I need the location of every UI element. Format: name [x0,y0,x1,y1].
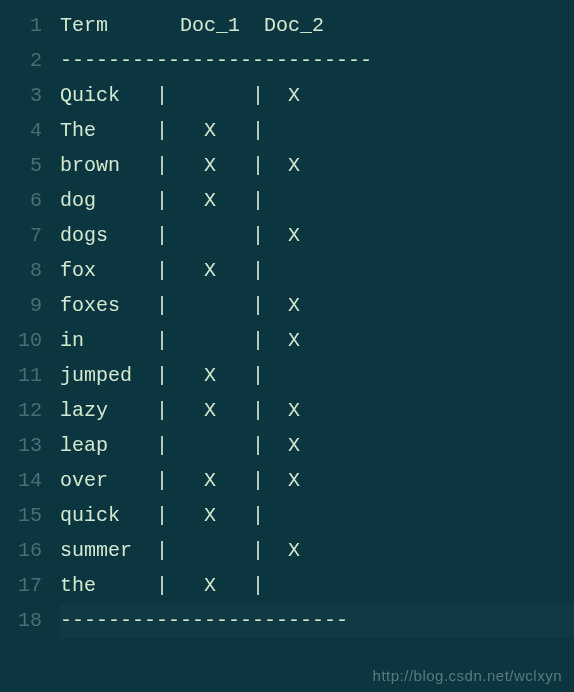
line-number: 5 [0,148,42,183]
line-number: 3 [0,78,42,113]
separator-top: -------------------------- [60,43,574,78]
line-number: 14 [0,463,42,498]
line-number: 9 [0,288,42,323]
table-row: The | X | [60,113,574,148]
table-row: summer | | X [60,533,574,568]
table-row: brown | X | X [60,148,574,183]
table-row: Quick | | X [60,78,574,113]
line-number: 13 [0,428,42,463]
line-number: 1 [0,8,42,43]
code-content[interactable]: Term Doc_1 Doc_2 -----------------------… [60,8,574,638]
table-row: dog | X | [60,183,574,218]
line-number: 4 [0,113,42,148]
table-row: foxes | | X [60,288,574,323]
table-row: dogs | | X [60,218,574,253]
table-row: over | X | X [60,463,574,498]
table-header: Term Doc_1 Doc_2 [60,8,574,43]
line-number: 17 [0,568,42,603]
table-row: jumped | X | [60,358,574,393]
line-number: 8 [0,253,42,288]
line-number: 6 [0,183,42,218]
line-number: 7 [0,218,42,253]
line-number-gutter: 1 2 3 4 5 6 7 8 9 10 11 12 13 14 15 16 1… [0,8,60,638]
separator-bottom: ------------------------ [60,603,574,638]
line-number: 16 [0,533,42,568]
line-number: 15 [0,498,42,533]
code-editor: 1 2 3 4 5 6 7 8 9 10 11 12 13 14 15 16 1… [0,0,574,638]
line-number: 2 [0,43,42,78]
table-row: in | | X [60,323,574,358]
line-number: 10 [0,323,42,358]
table-row: the | X | [60,568,574,603]
table-row: leap | | X [60,428,574,463]
table-row: lazy | X | X [60,393,574,428]
table-row: quick | X | [60,498,574,533]
watermark-text: http://blog.csdn.net/wclxyn [373,667,562,684]
line-number: 18 [0,603,42,638]
table-row: fox | X | [60,253,574,288]
line-number: 12 [0,393,42,428]
line-number: 11 [0,358,42,393]
